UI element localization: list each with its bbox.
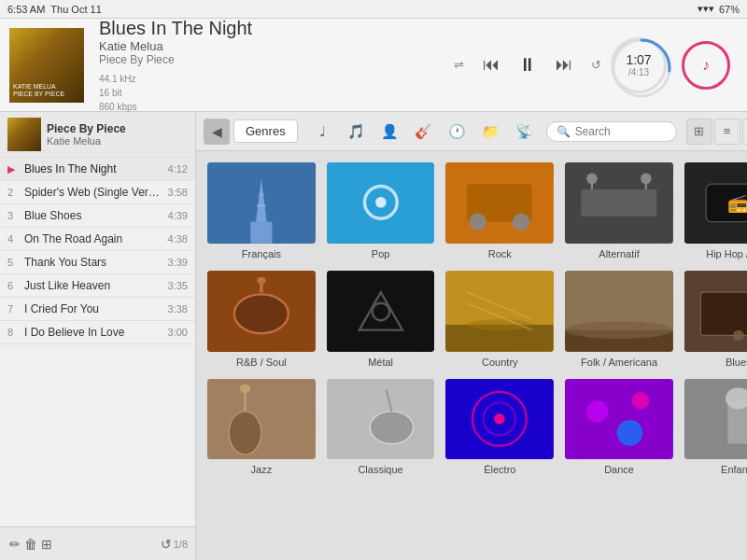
grid-view-button[interactable]: ⊞	[686, 119, 712, 145]
genre-item-classique[interactable]: Classique	[327, 379, 435, 476]
genre-label-dance: Dance	[604, 464, 634, 475]
genre-thumbnail-hiphop: 📻	[684, 162, 747, 244]
genre-label-electro: Électro	[484, 464, 515, 475]
genre-thumbnail-country	[445, 271, 554, 352]
track-item[interactable]: 2 Spider's Web (Single Version) 3:58	[0, 181, 195, 204]
time-total: /4:13	[628, 67, 649, 77]
back-button[interactable]: ◀	[204, 119, 230, 145]
export-button[interactable]: ⊞	[39, 535, 54, 553]
track-item[interactable]: 8 I Do Believe In Love 3:00	[0, 321, 195, 344]
battery-level: 67%	[719, 4, 740, 15]
svg-point-9	[375, 197, 387, 208]
svg-rect-3	[250, 222, 272, 244]
track-name: Just Like Heaven	[24, 279, 160, 292]
track-name: Spider's Web (Single Version)	[24, 186, 160, 199]
genre-item-folk[interactable]: Folk / Americana	[565, 271, 673, 368]
genre-thumbnail-classique	[327, 379, 435, 460]
quality-bit: 16 bit	[99, 88, 121, 98]
track-item[interactable]: 6 Just Like Heaven 3:35	[0, 274, 195, 298]
genre-item-metal[interactable]: Métal	[327, 271, 435, 368]
svg-rect-41	[207, 379, 316, 460]
track-item[interactable]: 7 I Cried For You 3:38	[0, 298, 195, 321]
svg-point-51	[495, 413, 506, 425]
genre-item-alternatif[interactable]: Alternatif	[565, 162, 673, 259]
track-album: Piece By Piece	[99, 53, 444, 66]
genre-thumbnail-folk	[565, 271, 673, 352]
radio-icon-btn[interactable]: 📡	[511, 119, 539, 145]
track-duration: 4:39	[160, 210, 188, 221]
track-name: Blues In The Night	[24, 162, 160, 175]
genre-item-enfants[interactable]: Enfants	[684, 379, 747, 476]
genre-thumbnail-pop	[327, 162, 435, 244]
track-number: 4	[7, 233, 24, 245]
track-item[interactable]: ▶ Blues In The Night 4:12	[0, 158, 195, 181]
svg-point-53	[586, 400, 608, 422]
genre-thumbnail-enfants	[684, 379, 747, 460]
search-box[interactable]: 🔍	[546, 121, 677, 142]
delete-button[interactable]: 🗑	[22, 535, 39, 553]
album-art-text2: PIECE BY PIECE	[13, 91, 64, 98]
current-album-info: Piece By Piece Katie Melua	[41, 122, 126, 147]
genre-item-electro[interactable]: Électro	[445, 379, 554, 476]
genre-item-blues[interactable]: Blues	[684, 271, 747, 368]
folder-icon-btn[interactable]: 📁	[477, 119, 505, 145]
genre-item-hiphop[interactable]: 📻 Hip Hop / Rap	[684, 162, 747, 259]
settings-view-button[interactable]: ⚙	[742, 119, 747, 145]
list-view-button[interactable]: ≡	[714, 119, 740, 145]
track-item[interactable]: 3 Blue Shoes 4:39	[0, 204, 195, 228]
repeat-button[interactable]: ↺	[591, 58, 601, 72]
genre-thumbnail-jazz	[207, 379, 316, 460]
track-duration: 3:00	[160, 327, 188, 338]
edit-button[interactable]: ✏	[7, 535, 22, 553]
track-title: Blues In The Night	[99, 17, 444, 39]
track-name: I Cried For You	[24, 302, 160, 315]
status-time: 6:53 AM	[7, 4, 45, 15]
shuffle-button[interactable]: ⇌	[454, 58, 464, 72]
next-button[interactable]: ⏭	[556, 55, 572, 75]
track-item[interactable]: 4 On The Road Again 4:38	[0, 228, 195, 251]
genre-item-rnb[interactable]: R&B / Soul	[207, 271, 316, 368]
quality-kbps: 860 kbps	[99, 102, 137, 112]
album-icon-btn[interactable]: 🎵	[343, 119, 371, 145]
toolbar: ◀ Genres ♩ 🎵 👤 🎸 🕐 📁 📡 🔍 ⊞ ≡ ⚙ ⛶	[196, 112, 747, 151]
genre-label-francais: Français	[242, 248, 281, 259]
music-notes-icon-btn[interactable]: ♩	[309, 119, 337, 145]
track-duration: 3:58	[160, 187, 188, 198]
composer-icon-btn[interactable]: 🎸	[410, 119, 438, 145]
genre-item-francais[interactable]: Français	[207, 162, 316, 259]
genre-label-jazz: Jazz	[251, 464, 273, 475]
svg-point-37	[565, 321, 673, 339]
svg-point-13	[513, 213, 530, 231]
search-input[interactable]	[575, 125, 667, 138]
track-list: ▶ Blues In The Night 4:12 2 Spider's Web…	[0, 158, 195, 526]
svg-rect-27	[327, 271, 435, 352]
genre-item-rock[interactable]: Rock	[445, 162, 554, 259]
track-duration: 3:39	[160, 257, 188, 268]
genres-tab[interactable]: Genres	[233, 119, 298, 143]
loop-button[interactable]: ↺	[159, 535, 174, 553]
genre-grid: Français Pop Rock Alternatif 📻 H	[196, 151, 747, 560]
track-item[interactable]: 5 Thank You Stars 3:39	[0, 251, 195, 274]
svg-rect-52	[565, 379, 673, 460]
genre-item-country[interactable]: Country	[445, 271, 554, 368]
genre-label-enfants: Enfants	[721, 464, 747, 475]
pause-button[interactable]: ⏸	[518, 54, 537, 76]
genre-item-dance[interactable]: Dance	[565, 379, 673, 476]
search-icon: 🔍	[557, 125, 571, 138]
genre-item-pop[interactable]: Pop	[327, 162, 435, 259]
genre-item-jazz[interactable]: Jazz	[207, 379, 316, 476]
recent-icon-btn[interactable]: 🕐	[444, 119, 472, 145]
current-album-thumbnail	[7, 118, 41, 151]
current-album-artist: Katie Melua	[47, 135, 126, 147]
album-art-text1: KATIE MELUA	[13, 83, 56, 91]
prev-button[interactable]: ⏮	[483, 55, 500, 75]
volume-circle[interactable]: ♪	[682, 41, 730, 90]
play-indicator: ▶	[7, 163, 24, 175]
genre-label-rock: Rock	[488, 248, 512, 259]
svg-point-26	[257, 277, 265, 284]
track-duration: 4:12	[160, 163, 188, 175]
track-number: 2	[7, 187, 24, 198]
artist-icon-btn[interactable]: 👤	[376, 119, 404, 145]
genre-label-blues: Blues	[726, 357, 747, 368]
status-day: Thu Oct 11	[50, 4, 101, 15]
